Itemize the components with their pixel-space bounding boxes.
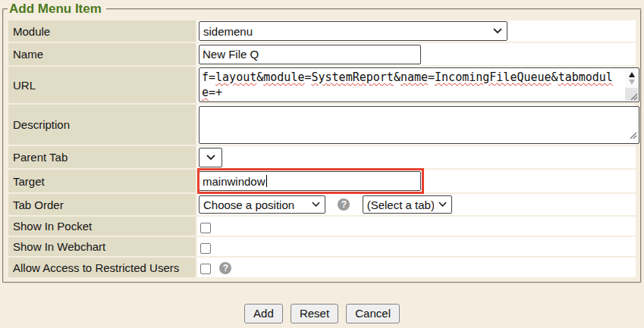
description-label: Description: [8, 105, 196, 145]
target-input[interactable]: mainwindow: [199, 171, 421, 191]
help-icon[interactable]: ?: [338, 198, 350, 211]
parent-tab-select[interactable]: [199, 148, 222, 167]
form-row-module: Module sidemenu: [8, 20, 636, 42]
module-select[interactable]: sidemenu: [199, 21, 507, 41]
text-caret: [266, 175, 267, 187]
form-row-name: Name New File Q: [8, 43, 636, 65]
help-icon[interactable]: ?: [219, 262, 231, 274]
form-title: Add Menu Item: [8, 2, 106, 17]
tab-order-tab-select[interactable]: (Select a tab): [363, 195, 452, 214]
add-menu-item-form: Add Menu Item Module sidemenu Name New F…: [2, 2, 642, 283]
form-row-allow-restricted: Allow Access to Restricted Users ?: [8, 258, 636, 277]
form-actions: Add Reset Cancel: [0, 304, 644, 323]
scroll-down-icon[interactable]: [629, 80, 635, 85]
name-input-value: New File Q: [203, 48, 259, 61]
description-textarea-value: [199, 107, 618, 108]
name-input[interactable]: New File Q: [199, 45, 421, 64]
form-row-show-in-webchart: Show In Webchart: [8, 237, 636, 256]
module-label: Module: [8, 20, 196, 42]
form-table: Module sidemenu Name New File Q URL: [7, 19, 637, 279]
chevron-down-icon: [493, 28, 502, 34]
tab-order-position-value: Choose a position: [203, 198, 307, 211]
url-scrollbar[interactable]: [625, 69, 638, 101]
tab-order-label: Tab Order: [8, 194, 196, 215]
chevron-down-icon: [438, 201, 447, 208]
tab-order-position-select[interactable]: Choose a position: [199, 195, 325, 214]
show-in-webchart-checkbox[interactable]: [200, 243, 211, 254]
target-label: Target: [8, 170, 196, 192]
description-textarea[interactable]: [199, 106, 639, 144]
url-textarea[interactable]: f=layout&module=SystemReport&name=Incomi…: [199, 67, 639, 102]
resize-handle-icon[interactable]: [629, 129, 637, 142]
scroll-up-icon[interactable]: [629, 72, 635, 77]
tab-order-tab-value: (Select a tab): [367, 198, 434, 211]
reset-button[interactable]: Reset: [291, 304, 338, 323]
allow-restricted-label: Allow Access to Restricted Users: [8, 258, 196, 277]
chevron-down-icon: [312, 201, 320, 208]
cancel-button[interactable]: Cancel: [346, 304, 400, 323]
allow-restricted-checkbox[interactable]: [200, 264, 211, 274]
parent-tab-label: Parent Tab: [8, 146, 196, 168]
chevron-down-icon: [206, 155, 215, 161]
url-textarea-value: f=layout&module=SystemReport&name=Incomi…: [199, 68, 618, 100]
module-select-value: sidemenu: [203, 25, 488, 38]
url-label: URL: [8, 67, 196, 103]
form-row-description: Description: [8, 105, 636, 145]
show-in-pocket-checkbox[interactable]: [200, 223, 211, 233]
show-in-webchart-label: Show In Webchart: [8, 237, 196, 256]
form-row-target: Target mainwindow: [8, 170, 636, 192]
form-row-parent-tab: Parent Tab: [8, 146, 636, 168]
form-row-tab-order: Tab Order Choose a position ? (Select a …: [8, 194, 636, 215]
target-input-value: mainwindow: [203, 175, 265, 188]
form-row-url: URL f=layout&module=SystemReport&name=In…: [8, 67, 636, 103]
add-button[interactable]: Add: [244, 304, 283, 323]
name-label: Name: [8, 43, 196, 65]
resize-handle-icon[interactable]: [625, 88, 638, 101]
show-in-pocket-label: Show In Pocket: [8, 217, 196, 236]
form-row-show-in-pocket: Show In Pocket: [8, 217, 636, 236]
